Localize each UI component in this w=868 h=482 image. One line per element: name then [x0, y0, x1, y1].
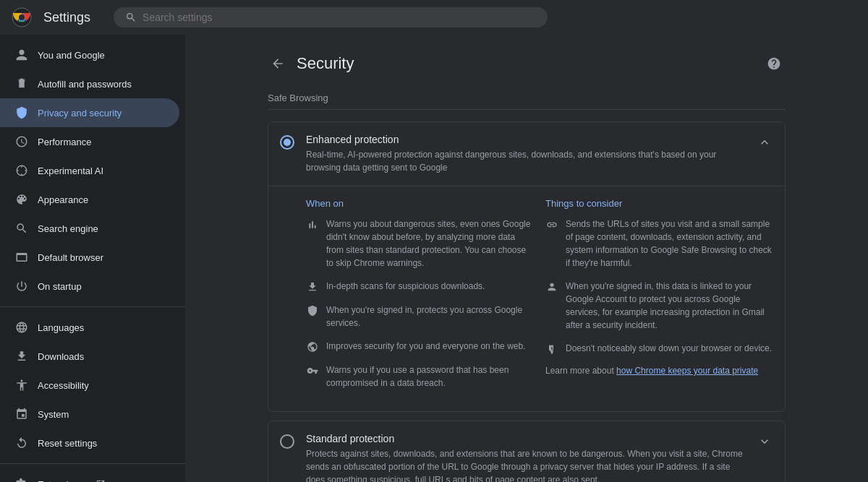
feature-item-password: Warns you if you use a password that has…: [306, 363, 534, 390]
collapse-button[interactable]: [756, 134, 773, 151]
sidebar-item-experimental-ai[interactable]: Experimental AI: [0, 156, 179, 185]
standard-protection-header[interactable]: Standard protection Protects against sit…: [268, 421, 785, 482]
sidebar-item-appearance[interactable]: Appearance: [0, 185, 179, 214]
feature-item-scans: In-depth scans for suspicious downloads.: [306, 280, 534, 293]
feature-sends-urls-text: Sends the URLs of sites you visit and a …: [566, 218, 773, 270]
sidebar-item-languages[interactable]: Languages: [0, 313, 179, 342]
ai-icon: [14, 163, 29, 178]
when-on-header: When on: [306, 198, 534, 209]
sidebar-label: Performance: [38, 137, 91, 147]
sidebar-item-reset[interactable]: Reset settings: [0, 429, 179, 457]
section-header: Security: [268, 52, 786, 75]
sidebar-label: Privacy and security: [38, 108, 122, 119]
radio-dot: [284, 139, 291, 146]
feature-signed-in-text: When you're signed in, protects you acro…: [326, 304, 534, 330]
performance-icon: [14, 134, 29, 149]
sidebar-label: Experimental AI: [38, 165, 103, 176]
search-icon: [125, 12, 137, 23]
system-icon: [14, 407, 29, 421]
enhanced-protection-header[interactable]: Enhanced protection Real-time, AI-powere…: [268, 122, 785, 186]
person-icon: [14, 48, 29, 62]
feature-warn-sites-text: Warns you about dangerous sites, even on…: [326, 218, 534, 270]
standard-text: Standard protection Protects against sit…: [306, 433, 744, 482]
feature-speed-text: Doesn't noticeably slow down your browse…: [566, 342, 772, 355]
things-col: Things to consider Sends the URLs of sit…: [545, 198, 773, 400]
extensions-icon: [14, 477, 29, 482]
layout: You and Google Autofill and passwords Pr…: [0, 35, 868, 482]
languages-icon: [14, 320, 29, 335]
sidebar-label: Downloads: [38, 351, 84, 362]
learn-more: Learn more about how Chrome keeps your d…: [545, 366, 773, 376]
bar-chart-icon: [306, 218, 319, 231]
sidebar-item-you-and-google[interactable]: You and Google: [0, 40, 179, 69]
svg-point-2: [19, 14, 25, 20]
sidebar-item-extensions[interactable]: Extensions: [0, 470, 179, 482]
enhanced-title: Enhanced protection: [306, 134, 744, 145]
downloads-icon: [14, 349, 29, 363]
feature-item-speed: Doesn't noticeably slow down your browse…: [545, 342, 773, 356]
sidebar: You and Google Autofill and passwords Pr…: [0, 35, 185, 482]
enhanced-text: Enhanced protection Real-time, AI-powere…: [306, 134, 744, 174]
enhanced-radio[interactable]: [280, 135, 294, 150]
enhanced-protection-card: Enhanced protection Real-time, AI-powere…: [268, 121, 786, 412]
sidebar-label: System: [38, 409, 69, 420]
learn-more-link[interactable]: how Chrome keeps your data private: [616, 366, 758, 376]
section-header-left: Security: [268, 53, 354, 74]
safe-browsing-label: Safe Browsing: [268, 92, 786, 110]
sidebar-item-default-browser[interactable]: Default browser: [0, 243, 179, 272]
feature-item-signed-in-protect: When you're signed in, protects you acro…: [306, 304, 534, 330]
search-input[interactable]: [142, 12, 536, 23]
person-sm-icon: [545, 280, 558, 293]
features-two-col: When on Warns you about dangerous sites,…: [306, 198, 773, 400]
search-engine-icon: [14, 221, 29, 236]
feature-item-security-web: Improves security for you and everyone o…: [306, 340, 534, 353]
sidebar-item-search-engine[interactable]: Search engine: [0, 214, 179, 243]
shield-icon: [14, 106, 29, 120]
standard-title: Standard protection: [306, 433, 744, 444]
standard-desc: Protects against sites, downloads, and e…: [306, 447, 744, 482]
things-header: Things to consider: [545, 198, 773, 209]
sidebar-item-autofill[interactable]: Autofill and passwords: [0, 69, 179, 98]
sidebar-label: Appearance: [38, 194, 88, 205]
sidebar-label: Accessibility: [38, 380, 89, 391]
sidebar-item-system[interactable]: System: [0, 400, 179, 429]
search-bar[interactable]: [114, 7, 548, 27]
sidebar-item-privacy[interactable]: Privacy and security: [0, 98, 179, 127]
sidebar-label: You and Google: [38, 50, 105, 61]
feature-item-sends-urls: Sends the URLs of sites you visit and a …: [545, 218, 773, 270]
chrome-logo: [12, 7, 32, 27]
download-scan-icon: [306, 280, 319, 293]
accessibility-icon: [14, 378, 29, 392]
sidebar-label: Search engine: [38, 223, 98, 234]
feature-scans-text: In-depth scans for suspicious downloads.: [326, 280, 485, 293]
standard-radio[interactable]: [280, 434, 294, 449]
feature-web-text: Improves security for you and everyone o…: [326, 340, 525, 353]
sidebar-item-downloads[interactable]: Downloads: [0, 342, 179, 371]
startup-icon: [14, 279, 29, 293]
sidebar-item-performance[interactable]: Performance: [0, 127, 179, 156]
feature-item-linked-account: When you're signed in, this data is link…: [545, 280, 773, 332]
feature-linked-text: When you're signed in, this data is link…: [566, 280, 773, 332]
when-on-col: When on Warns you about dangerous sites,…: [306, 198, 534, 400]
sidebar-label: Languages: [38, 322, 84, 333]
section-title: Security: [297, 54, 354, 73]
shield-sm-icon: [306, 304, 319, 317]
reset-icon: [14, 436, 29, 450]
topbar: Settings: [0, 0, 868, 35]
sidebar-label: Autofill and passwords: [38, 79, 132, 90]
link-icon: [545, 218, 558, 231]
key-icon: [306, 364, 319, 377]
help-button[interactable]: [762, 52, 786, 75]
sidebar-item-on-startup[interactable]: On startup: [0, 272, 179, 301]
sidebar-item-accessibility[interactable]: Accessibility: [0, 371, 179, 400]
appearance-icon: [14, 192, 29, 207]
sidebar-label: Extensions: [38, 479, 84, 483]
speed-icon: [545, 343, 558, 356]
content-area: Security Safe Browsing Enhanced protecti…: [244, 35, 809, 482]
standard-protection-card: Standard protection Protects against sit…: [268, 421, 786, 482]
external-link-icon: [95, 479, 106, 482]
sidebar-divider: [0, 306, 185, 307]
expand-button[interactable]: [756, 433, 773, 450]
back-button[interactable]: [268, 53, 288, 74]
sidebar-label: Default browser: [38, 252, 103, 263]
